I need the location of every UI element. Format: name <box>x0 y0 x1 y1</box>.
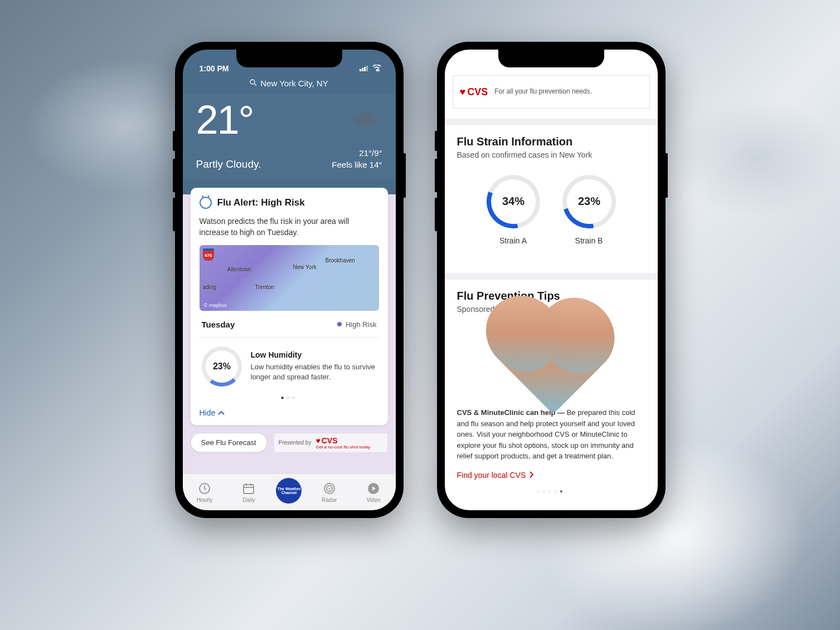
find-cvs-link[interactable]: Find your local CVS <box>457 471 645 480</box>
clock-icon <box>197 481 212 496</box>
location-search[interactable]: New York City, NY <box>183 75 396 94</box>
svg-rect-1 <box>362 68 363 71</box>
tab-daily[interactable]: Daily <box>232 481 265 503</box>
radar-icon <box>322 481 337 496</box>
tab-bar: Hourly Daily The Weather Channel Radar <box>183 473 396 510</box>
route-shield-icon: 476 <box>203 248 214 261</box>
chevron-right-icon <box>529 471 533 480</box>
cvs-logo: ♥ CVS <box>453 86 495 98</box>
map-label-allentown: Allentown <box>227 266 251 272</box>
tab-home[interactable]: The Weather Channel <box>276 478 302 504</box>
hide-button[interactable]: Hide <box>200 406 379 418</box>
twc-logo-text: The Weather Channel <box>276 487 302 495</box>
phone-left: 1:00 PM New York City, NY <box>175 42 404 518</box>
strain-b-pct: 23% <box>577 196 600 208</box>
svg-point-14 <box>328 488 330 490</box>
svg-line-6 <box>254 84 256 86</box>
strain-b-gauge: 23% Strain B <box>562 175 616 245</box>
tips-section: Flu Prevention Tips Sponsored ad provide… <box>445 280 658 510</box>
svg-rect-3 <box>366 66 368 71</box>
signal-icon <box>360 64 369 73</box>
tab-radar[interactable]: Radar <box>313 481 346 503</box>
ad-tagline: For all your flu prevention needs. <box>494 87 592 96</box>
tab-video[interactable]: Video <box>357 481 390 503</box>
tab-radar-label: Radar <box>322 497 337 503</box>
weather-hero: 21° Partly Cloudy. 21°/9° Feels like 14° <box>183 94 396 180</box>
tips-title: Flu Prevention Tips <box>457 290 645 302</box>
flu-alert-title: Flu Alert: High Risk <box>217 197 305 208</box>
cloud-icon <box>349 109 382 131</box>
screen-right: ♥ CVS For all your flu prevention needs.… <box>445 50 658 510</box>
current-temp: 21° <box>196 97 254 143</box>
hide-label: Hide <box>200 408 216 417</box>
map-label-ading: ading <box>203 284 216 290</box>
chevron-up-icon <box>218 408 225 417</box>
status-icons <box>360 64 381 73</box>
high-low: 21°/9° <box>332 147 382 159</box>
cvs-text: CVS <box>322 436 338 445</box>
svg-rect-8 <box>244 485 254 494</box>
cvs-logo: ♥ CVS <box>315 436 370 445</box>
map-label-trenton: Trenton <box>255 284 274 290</box>
wifi-icon <box>372 64 381 73</box>
condition-text: Partly Cloudy. <box>196 158 261 170</box>
section-divider <box>445 273 658 280</box>
feels-like: Feels like 14° <box>332 159 382 170</box>
humidity-pct: 23% <box>212 362 230 372</box>
promo-image <box>498 308 604 414</box>
strain-a-gauge: 34% Strain A <box>487 175 540 245</box>
location-text: New York City, NY <box>260 79 328 88</box>
strain-title: Flu Strain Information <box>457 135 645 148</box>
flu-alert-desc: Watson predicts the flu risk in your are… <box>200 216 379 238</box>
risk-badge: High Risk <box>337 320 377 329</box>
flu-map[interactable]: 476 Allentown New York Brookhaven Trento… <box>200 245 379 311</box>
calendar-icon <box>241 481 256 496</box>
pagination-dots[interactable]: ●○○ <box>200 391 379 406</box>
pagination-dots[interactable]: ○○○○● <box>457 480 645 503</box>
svg-rect-2 <box>364 67 366 71</box>
section-divider <box>445 119 658 125</box>
risk-dot-icon <box>337 322 342 326</box>
cvs-text: CVS <box>467 86 488 98</box>
screen-left: 1:00 PM New York City, NY <box>183 50 396 510</box>
forecast-day: Tuesday <box>202 320 235 329</box>
map-label-newyork: New York <box>293 264 317 270</box>
tips-body: CVS & MinuteClinic can help — Be prepare… <box>457 407 645 462</box>
tab-hourly-label: Hourly <box>197 497 213 503</box>
risk-label: High Risk <box>346 320 377 329</box>
tab-hourly[interactable]: Hourly <box>188 481 221 503</box>
heart-icon: ♥ <box>460 86 466 98</box>
phone-right: ♥ CVS For all your flu prevention needs.… <box>437 42 666 518</box>
watson-icon <box>200 197 212 209</box>
mapbox-attribution: © mapbox <box>204 302 227 308</box>
svg-point-5 <box>250 80 255 84</box>
strain-section: Flu Strain Information Based on confirme… <box>445 125 658 263</box>
tab-video-label: Video <box>366 497 380 503</box>
top-banner-ad[interactable]: ♥ CVS For all your flu prevention needs. <box>453 75 650 109</box>
humidity-gauge: 23% <box>193 338 250 395</box>
search-icon <box>250 79 257 88</box>
status-time: 1:00 PM <box>200 64 229 73</box>
cvs-tagline: Get a no-cost flu shot today <box>315 445 370 450</box>
find-cvs-label: Find your local CVS <box>457 471 526 480</box>
heart-icon: ♥ <box>315 436 320 445</box>
humidity-desc: Low humidity enables the flu to survive … <box>251 362 377 382</box>
presented-by-label: Presented by <box>279 439 312 446</box>
strain-a-label: Strain A <box>487 236 540 245</box>
svg-rect-0 <box>360 69 361 71</box>
strain-subtitle: Based on confirmed cases in New York <box>457 150 645 159</box>
strain-a-pct: 34% <box>502 196 524 208</box>
svg-point-4 <box>376 70 377 71</box>
map-label-brookhaven: Brookhaven <box>326 257 355 263</box>
strain-b-label: Strain B <box>562 236 616 245</box>
humidity-row: 23% Low Humidity Low humidity enables th… <box>200 338 379 391</box>
play-icon <box>366 481 381 496</box>
tab-daily-label: Daily <box>242 497 255 503</box>
humidity-title: Low Humidity <box>251 350 377 359</box>
see-forecast-button[interactable]: See Flu Forecast <box>191 433 267 452</box>
flu-alert-card: Flu Alert: High Risk Watson predicts the… <box>191 188 388 425</box>
day-risk-row[interactable]: Tuesday High Risk <box>200 312 379 338</box>
sponsor-box[interactable]: Presented by ♥ CVS Get a no-cost flu sho… <box>274 433 388 453</box>
